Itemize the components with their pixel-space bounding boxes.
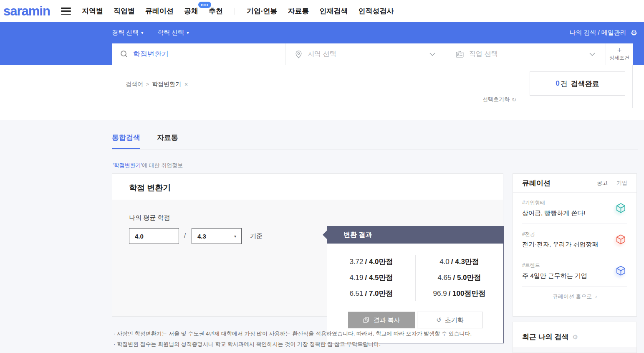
search-summary-box: 검색어 > 학점변환기 × 0 건 검색완료 선택초기화 ↻ [112,65,633,108]
copy-icon [363,317,369,323]
search-complete-button[interactable]: 0 건 검색완료 [530,71,625,96]
search-complete-label: 검색완료 [571,79,599,89]
recent-search-title: 최근 나의 검색 [522,332,568,342]
curation-card: 큐레이션 공고 기업 #기업형태 상여금, 빵빵하게 쏜다! # [513,173,637,317]
detail-conditions-button[interactable]: + 상세조건 [606,43,633,65]
result-4.0-scale: 3.72/ 4.0만점 [327,254,415,270]
search-term-breadcrumb: 검색어 > 학점변환기 × [126,81,188,88]
keyword-search-field[interactable] [112,43,285,65]
gpa-input-label: 나의 평균 학점 [129,214,170,222]
footnote-line: · 학점변환 점수는 회원님의 성적증명서나 학교 학사과에서 확인하시는 것이… [114,339,489,349]
curation-title: 큐레이션 [522,178,551,188]
nav-item-company-salary[interactable]: 기업·연봉 [247,6,278,16]
curation-tag: #전공 [522,231,627,238]
footnote-line: · 사람인 학점변환기는 서울 및 수도권 4년제 대학에서 가장 많이 사용하… [114,328,489,339]
result-column-divider [415,255,416,301]
id-badge-icon [455,50,464,58]
curation-items: #기업형태 상여금, 빵빵하게 쏜다! #전공 전기·전자, 우리가 취업깡패 [513,193,636,287]
breadcrumb-label: 검색어 [126,81,143,88]
refresh-icon: ↻ [512,97,516,103]
nav-item-region[interactable]: 지역별 [82,6,103,16]
chevron-down-icon: ▾ [234,234,236,239]
region-placeholder: 지역 선택 [308,50,336,58]
breadcrumb-term: 학점변환기 [152,81,181,88]
result-value: 3.72 [349,258,363,266]
curation-item-trend[interactable]: #트렌드 주 4일만 근무하는 기업 [522,255,627,287]
breadcrumb-separator: > [146,81,149,87]
gpa-scale-select[interactable]: 4.3 ▾ [192,228,242,244]
nav-item-curation[interactable]: 큐레이션 [145,6,174,16]
chevron-down-icon [429,52,436,56]
curation-header: 큐레이션 공고 기업 [513,174,636,193]
hamburger-menu-icon[interactable] [61,8,71,15]
gpa-slash: / [184,232,186,239]
curation-item-title: 상여금, 빵빵하게 쏜다! [522,209,627,217]
curation-home-link[interactable]: 큐레이션 홈으로 › [513,287,636,307]
tab-divider [112,150,638,150]
result-count-unit: 건 [561,79,568,89]
detail-conditions-label: 상세조건 [609,54,629,61]
curation-filter-company[interactable]: 기업 [616,179,627,187]
search-icon [120,50,128,58]
remove-term-icon[interactable]: × [184,81,188,88]
result-subtitle: '학점변환기'에 대한 취업정보 [113,162,183,169]
gear-icon[interactable]: ⚙ [572,333,578,341]
saramin-logo[interactable]: saramin [3,4,50,19]
reset-converter-button[interactable]: ↺ 초기화 [417,312,483,328]
search-filter-band: 경력 선택 ▾ 학력 선택 ▾ 나의 검색 / 메일관리 ⚙ [0,22,644,65]
conversion-result-panel: 변환 결과 3.72/ 4.0만점 4.0/ 4.3만점 4.19/ 4.5만점… [327,226,504,343]
converter-body: 나의 평균 학점 / 4.3 ▾ 기준 변환 결과 3.72/ 4.0만점 4.… [112,200,503,316]
result-tabs: 통합검색 자료통 [112,133,178,149]
hot-badge: HOT [198,2,211,8]
nav-item-openings[interactable]: 공채 HOT [184,6,198,16]
gpa-value-input[interactable] [129,228,179,244]
job-select[interactable]: 직업 선택 [446,43,606,65]
chevron-right-icon: › [595,293,597,300]
curation-tag: #트렌드 [522,262,627,269]
nav-item-job[interactable]: 직업별 [114,6,135,16]
curation-item-major[interactable]: #전공 전기·전자, 우리가 취업깡패 [522,224,627,255]
search-input[interactable] [133,50,258,58]
nav-item-talent-search[interactable]: 인재검색 [320,6,348,16]
result-7.0-scale: 6.51/ 7.0만점 [327,286,415,302]
tab-resources[interactable]: 자료통 [157,133,178,149]
conversion-result-header: 변환 결과 [327,226,504,244]
education-select-dropdown[interactable]: 학력 선택 ▾ [157,29,189,37]
filter-row: 경력 선택 ▾ 학력 선택 ▾ 나의 검색 / 메일관리 ⚙ [112,22,637,43]
region-select[interactable]: 지역 선택 [285,43,446,65]
nav-item-openings-label: 공채 [184,7,198,15]
tab-integrated-search[interactable]: 통합검색 [112,133,140,149]
nav-item-resources[interactable]: 자료통 [288,6,309,16]
gpa-scale-value: 4.3 [197,233,206,240]
chevron-down-icon: ▾ [141,30,143,35]
cube-icon [615,234,626,245]
curation-home-label: 큐레이션 홈으로 [553,293,592,300]
nav-item-recommend[interactable]: 추천 [209,6,223,16]
converter-title: 학점 변환기 [129,183,171,193]
curation-filter-notice[interactable]: 공고 [597,179,608,187]
career-select-dropdown[interactable]: 경력 선택 ▾ [112,29,143,37]
chevron-down-icon [589,52,596,56]
gear-icon[interactable]: ⚙ [631,29,637,37]
education-select-label: 학력 선택 [157,29,184,37]
result-4.3-scale: 4.0/ 4.3만점 [415,254,503,270]
curation-tag: #기업형태 [522,199,627,206]
curation-item-company-type[interactable]: #기업형태 상여금, 빵빵하게 쏜다! [522,193,627,224]
job-placeholder: 직업 선택 [469,50,498,58]
nav-item-aptitude-test[interactable]: 인적성검사 [359,6,394,16]
my-search-mail-link[interactable]: 나의 검색 / 메일관리 [569,29,626,37]
gpa-converter-card: 학점 변환기 나의 평균 학점 / 4.3 ▾ 기준 변환 결과 3.72/ 4… [112,173,503,317]
career-select-label: 경력 선택 [112,29,139,37]
copy-result-button[interactable]: 결과 복사 [348,312,415,328]
result-value: 6.51 [349,290,363,297]
selection-reset-button[interactable]: 선택초기화 ↻ [482,96,516,103]
undo-icon: ↺ [436,316,442,324]
cube-icon [615,203,626,214]
location-pin-icon [295,50,303,58]
main-menu: 지역별 직업별 큐레이션 공채 HOT 추천 기업·연봉 자료통 인재검색 인적… [82,6,394,16]
search-summary-strip: 검색어 > 학점변환기 × 0 건 검색완료 선택초기화 ↻ [0,65,644,120]
result-count: 0 [556,79,559,88]
result-100-scale: 96.9/ 100점만점 [415,286,503,302]
result-max: / 100점만점 [449,290,486,297]
result-5.0-scale: 4.65/ 5.0만점 [415,270,503,286]
